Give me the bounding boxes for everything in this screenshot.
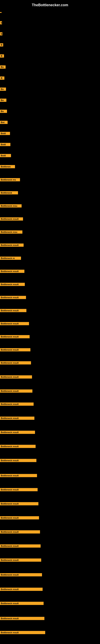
bar-item-30: Bottleneck result [0,361,31,365]
bar-label-42: Bottleneck result [0,530,40,534]
bar-item-16: Bottleneck res [0,178,20,182]
bar-item-36: Bottleneck result [0,445,36,449]
bar-label-49: Bottleneck result [0,631,45,634]
bar-item-42: Bottleneck result [0,530,40,534]
bar-label-23: Bottleneck result [0,270,24,273]
bar-label-37: Bottleneck result [0,459,36,462]
bar-item-13: Bottl [0,143,10,147]
bar-label-22: Bottleneck re [0,256,21,260]
bar-label-43: Bottleneck result [0,544,41,548]
bar-item-10: Bo [0,110,7,114]
site-title: TheBottlenecker.com [0,1,100,8]
bar-label-28: Bottleneck result [0,335,30,338]
bar-item-11: Bot [0,121,8,125]
bar-label-35: Bottleneck result [0,431,35,434]
bar-label-12: Bottl [0,132,10,135]
bar-item-22: Bottleneck re [0,256,21,260]
bar-item-26: Bottleneck result [0,309,26,313]
bar-label-38: Bottleneck result [0,474,37,477]
bar-label-9: Bo [0,98,6,102]
bar-item-31: Bottleneck result [0,375,32,379]
bar-label-45: Bottleneck result [0,573,42,576]
bar-item-12: Bottl [0,132,10,136]
bar-item-15: Bottlenec [0,165,15,169]
bar-label-33: Bottleneck result [0,402,34,406]
bar-item-33: Bottleneck result [0,402,34,406]
bar-label-31: Bottleneck result [0,375,32,378]
bar-item-29: Bottleneck result [0,348,30,352]
bar-label-39: Bottleneck result [0,488,38,491]
bar-item-38: Bottleneck result [0,474,37,478]
bar-label-19: Bottleneck result [0,217,23,220]
bar-item-14: Bottl [0,154,11,158]
bar-label-34: Bottleneck result [0,416,34,420]
bar-label-8: Bo [0,88,6,91]
bar-item-32: Bottleneck result [0,390,32,394]
bar-label-32: Bottleneck result [0,390,32,393]
bar-label-25: Bottleneck result [0,296,26,299]
bar-item-40: Bottleneck result [0,502,38,506]
bar-label-29: Bottleneck result [0,348,30,352]
bar-item-3: E [0,32,2,36]
bar-label-27: Bottleneck result [0,322,29,325]
bar-item-43: Bottleneck result [0,544,41,548]
bar-item-37: Bottleneck result [0,459,36,463]
bar-label-3: E [0,32,2,36]
bar-item-1 [0,10,1,14]
bar-label-4: B [0,43,3,46]
bar-item-5: B [0,54,4,58]
bar-label-41: Bottleneck result [0,516,39,520]
bar-item-46: Bottleneck result [0,588,43,592]
bar-item-35: Bottleneck result [0,431,35,435]
bar-item-47: Bottleneck result [0,602,44,606]
bar-label-26: Bottleneck result [0,309,26,312]
bar-label-21: Bottleneck result [0,244,24,247]
bar-label-46: Bottleneck result [0,588,43,591]
bar-label-47: Bottleneck result [0,602,44,605]
bar-item-28: Bottleneck result [0,335,30,339]
bar-label-2: E [0,21,2,24]
bar-label-1 [0,12,1,13]
bar-label-11: Bot [0,121,8,124]
bar-item-19: Bottleneck result [0,217,23,222]
bar-item-39: Bottleneck result [0,488,38,492]
bar-label-16: Bottleneck res [0,178,20,181]
bar-label-36: Bottleneck result [0,445,36,448]
bar-item-45: Bottleneck result [0,573,42,577]
bar-item-25: Bottleneck result [0,296,26,300]
bar-item-23: Bottleneck result [0,270,24,274]
bar-item-49: Bottleneck result [0,631,45,635]
bar-item-8: Bo [0,88,6,92]
bar-item-20: Bottleneck resu [0,230,22,234]
bar-label-15: Bottlenec [0,165,15,168]
bar-item-9: Bo [0,98,6,103]
bar-item-27: Bottleneck result [0,322,29,326]
bar-label-40: Bottleneck result [0,502,38,505]
bar-label-48: Bottleneck result [0,617,44,620]
bar-item-34: Bottleneck result [0,416,34,420]
bar-item-21: Bottleneck result [0,244,24,248]
bar-item-44: Bottleneck result [0,558,41,562]
bar-label-17: Bottleneck [0,191,18,194]
bar-item-41: Bottleneck result [0,516,39,520]
bar-item-7: B [0,76,4,80]
bar-item-48: Bottleneck result [0,617,44,621]
bar-label-5: B [0,54,4,58]
bar-label-6: Bo [0,66,6,69]
bar-item-2: E [0,21,2,25]
bar-label-44: Bottleneck result [0,558,41,562]
bar-item-6: Bo [0,66,6,70]
bar-label-10: Bo [0,110,7,113]
bar-item-18: Bottleneck resu [0,204,22,208]
bar-label-24: Bottleneck result [0,283,25,286]
bar-label-13: Bottl [0,143,10,146]
bar-label-30: Bottleneck result [0,361,31,364]
bar-item-24: Bottleneck result [0,283,25,287]
bar-label-18: Bottleneck resu [0,204,22,208]
bar-label-14: Bottl [0,154,11,157]
bar-label-7: B [0,76,4,80]
bar-label-20: Bottleneck resu [0,230,22,234]
bar-item-4: B [0,43,3,47]
bar-item-17: Bottleneck [0,191,18,195]
